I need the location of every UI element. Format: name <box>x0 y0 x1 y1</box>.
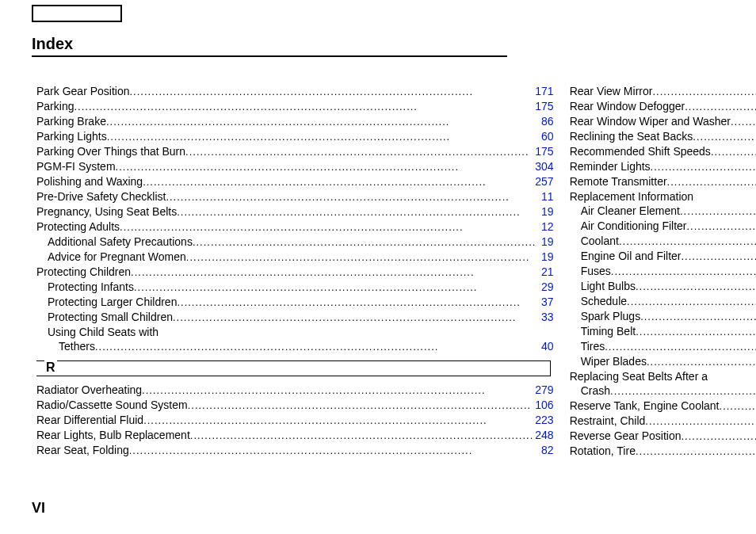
index-entry: Rotation, Tire238 <box>570 444 756 459</box>
leader-dots <box>680 204 756 219</box>
index-columns: Park Gear Position171Parking175Parking B… <box>32 84 732 494</box>
entry-label: Parking Brake <box>36 114 106 128</box>
entry-label: Pregnancy, Using Seat Belts <box>36 204 177 219</box>
entry-label: Reserve Tank, Engine Coolant <box>570 399 720 413</box>
entry-label: Radiator Overheating <box>36 383 142 397</box>
leader-dots <box>605 340 756 354</box>
index-entry: Parking Over Things that Burn175 <box>36 144 554 159</box>
leader-dots <box>636 325 756 339</box>
index-entry: Radiator Overheating279 <box>36 383 554 398</box>
entry-page-link[interactable]: 33 <box>540 310 554 324</box>
index-entry: Pre-Drive Safety Checklist11 <box>36 189 554 204</box>
entry-page-link[interactable]: 40 <box>540 339 554 353</box>
entry-label: Rotation, Tire <box>570 444 636 458</box>
entry-label: Replacement Information <box>570 189 693 204</box>
index-entry: Reverse Gear Position172 <box>570 429 756 444</box>
leader-dots <box>640 310 756 324</box>
entry-label: Restraint, Child <box>570 414 646 428</box>
entry-label: Coolant <box>581 234 619 248</box>
index-entry: Parking175 <box>36 99 554 114</box>
entry-page-link[interactable]: 248 <box>533 428 553 442</box>
index-entry: Air Conditioning Filter234 <box>570 219 756 234</box>
column-1: Park Gear Position171Parking175Parking B… <box>32 84 559 494</box>
index-entry: Reclining the Seat Backs81 <box>570 129 756 144</box>
leader-dots <box>116 160 534 174</box>
entry-label: Air Conditioning Filter <box>581 219 687 233</box>
entry-label: Rear Window Defogger <box>570 99 685 113</box>
leader-dots <box>188 399 534 413</box>
entry-label: Protecting Small Children <box>48 310 173 324</box>
index-entry: Tires239 <box>570 339 756 354</box>
leader-dots <box>687 219 757 234</box>
index-entry: Rear Lights, Bulb Replacement248 <box>36 428 554 443</box>
index-entry: Park Gear Position171 <box>36 84 554 99</box>
entry-label: Fuses <box>581 264 611 278</box>
entry-page-link[interactable]: 279 <box>533 383 553 397</box>
entry-label: Protecting Adults <box>36 219 120 234</box>
entry-page-link[interactable]: 11 <box>540 189 554 204</box>
index-entry: Reserve Tank, Engine Coolant156 <box>570 399 756 414</box>
leader-dots <box>720 399 756 414</box>
index-entry: Protecting Larger Children37 <box>36 295 554 310</box>
leader-dots <box>731 115 756 129</box>
entry-label: Protecting Larger Children <box>48 295 177 309</box>
index-entry: Timing Belt235 <box>570 324 756 339</box>
entry-label: Park Gear Position <box>36 84 130 98</box>
index-entry: Replacement Information <box>570 189 756 204</box>
entry-page-link[interactable]: 19 <box>540 204 554 219</box>
index-entry: Engine Oil and Filter213 <box>570 249 756 264</box>
entry-page-link[interactable]: 60 <box>540 129 554 143</box>
entry-page-link[interactable]: 19 <box>540 235 554 249</box>
leader-dots <box>667 175 756 189</box>
entry-page-link[interactable]: 223 <box>533 413 553 427</box>
index-entry: Radio/Cassette Sound System106 <box>36 398 554 413</box>
section-header-r: R <box>36 360 554 378</box>
entry-page-link[interactable]: 171 <box>533 84 553 98</box>
entry-label: Pre-Drive Safety Checklist <box>36 189 166 204</box>
index-entry: Tethers40 <box>36 339 554 354</box>
index-entry: Light Bulbs246 <box>570 279 756 294</box>
entry-label: Using Child Seats with <box>48 325 158 339</box>
entry-page-link[interactable]: 82 <box>540 443 554 457</box>
entry-page-link[interactable]: 304 <box>533 159 553 174</box>
leader-dots <box>120 220 540 235</box>
entry-page-link[interactable]: 29 <box>540 280 554 294</box>
index-entry: Recommended Shift Speeds169 <box>570 144 756 159</box>
entry-page-link[interactable]: 19 <box>540 250 554 264</box>
entry-label: Recommended Shift Speeds <box>570 144 711 158</box>
leader-dots <box>645 414 756 429</box>
entry-label: Protecting Infants <box>48 280 134 294</box>
leader-dots <box>647 355 756 369</box>
index-entry: Fuses285 <box>570 264 756 279</box>
entry-label: Rear View Mirror <box>570 84 653 98</box>
index-entry: Air Cleaner Element226 <box>570 204 756 219</box>
index-entry: Crash43 <box>570 383 756 399</box>
index-entry: Schedule202 <box>570 294 756 309</box>
entry-label: Rear Differential Fluid <box>36 413 143 427</box>
leader-dots <box>166 190 540 204</box>
index-entry: Protecting Infants29 <box>36 280 554 295</box>
leader-dots <box>186 250 540 265</box>
entry-label: Parking <box>36 99 74 113</box>
entry-page-link[interactable]: 86 <box>540 114 554 128</box>
entry-label: Polishing and Waxing <box>36 174 143 189</box>
entry-page-link[interactable]: 37 <box>540 295 554 309</box>
entry-page-link[interactable]: 21 <box>540 265 554 279</box>
title-underline <box>32 55 507 57</box>
entry-page-link[interactable]: 175 <box>533 99 553 113</box>
index-entry: Spark Plugs227 <box>570 309 756 324</box>
entry-page-link[interactable]: 12 <box>540 219 554 234</box>
entry-page-link[interactable]: 106 <box>533 398 553 412</box>
entry-label: Radio/Cassette Sound System <box>36 398 188 412</box>
index-entry: Remote Transmitter72 <box>570 174 756 189</box>
entry-page-link[interactable]: 175 <box>533 144 553 158</box>
entry-label: Wiper Blades <box>581 354 647 368</box>
entry-page-link[interactable]: 257 <box>533 174 553 189</box>
column-2: Rear View Mirror85Rear Window Defogger63… <box>565 84 756 494</box>
leader-dots <box>143 175 533 189</box>
index-entry: Additional Safety Precautions19 <box>36 235 554 250</box>
leader-dots <box>107 130 540 144</box>
leader-dots <box>685 100 756 114</box>
leader-dots <box>193 235 540 250</box>
index-entry: Pregnancy, Using Seat Belts19 <box>36 204 554 219</box>
